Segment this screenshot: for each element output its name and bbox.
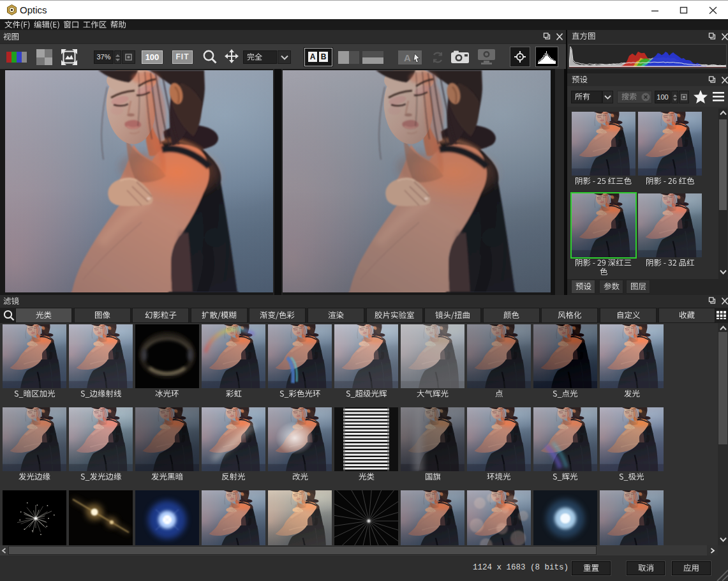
svg-text:A: A <box>404 52 411 63</box>
